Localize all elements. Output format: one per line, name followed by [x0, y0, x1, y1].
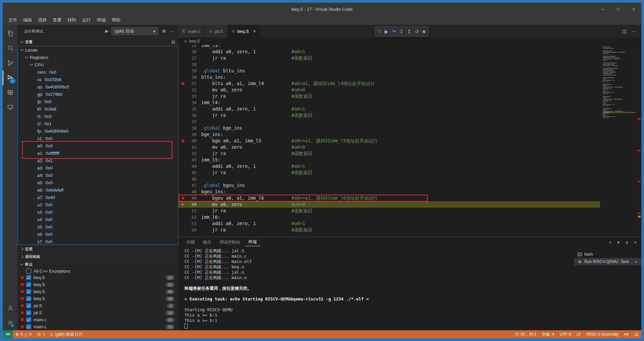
- gutter[interactable]: [178, 197, 187, 200]
- variable-row[interactable]: a4:0x0: [18, 172, 178, 179]
- activity-explorer[interactable]: [3, 26, 17, 41]
- variable-row[interactable]: sp:0x408006c0: [18, 83, 178, 90]
- code-line[interactable]: 25imm_l3:: [178, 45, 600, 49]
- code-line[interactable]: 39bge_ins:: [178, 131, 600, 138]
- scope-row-locals[interactable]: Locals: [18, 46, 178, 54]
- breakpoint-checkbox[interactable]: [26, 296, 31, 301]
- menu-item-help[interactable]: 帮助: [109, 17, 123, 23]
- code-line[interactable]: 31 bltu a0, a1, imm_l4#a0<a1, 跳转到imm_l4地…: [178, 80, 600, 87]
- code-line[interactable]: 26 addi a0, zero, 1#a0=1: [178, 49, 600, 55]
- variable-row[interactable]: a6:0xfefefeff: [18, 186, 178, 194]
- code-line[interactable]: 46: [178, 176, 600, 182]
- encoding[interactable]: UTF-8: [557, 330, 574, 338]
- variable-row[interactable]: ra:0x102b8: [18, 76, 178, 83]
- code-line[interactable]: 53 addi a0, zero, 1#a0=1: [178, 220, 600, 227]
- menu-item-selection[interactable]: 选择: [35, 17, 50, 23]
- panel-tab-problems[interactable]: 问题: [183, 238, 198, 246]
- breakpoint-checkbox[interactable]: [26, 289, 31, 294]
- menu-item-run[interactable]: 运行: [79, 17, 94, 23]
- code-line[interactable]: 33 jr ra#函数返回: [178, 93, 600, 99]
- menu-item-terminal[interactable]: 终端: [94, 17, 109, 23]
- activity-search[interactable]: [3, 41, 17, 56]
- activity-settings[interactable]: [3, 316, 17, 330]
- more-actions-icon[interactable]: ⋯: [170, 28, 174, 34]
- step-over-button[interactable]: ↷: [392, 29, 396, 34]
- code-line[interactable]: ▶50 mv a0, zero#a0=0: [178, 201, 600, 208]
- configure-gear-icon[interactable]: [161, 28, 167, 34]
- exceptions-row[interactable]: All C++ Exceptions: [17, 268, 178, 274]
- launch-config-select[interactable]: (gdb) 启动 ▾: [111, 27, 158, 35]
- menu-item-edit[interactable]: 编辑: [20, 17, 35, 23]
- code-line[interactable]: 38.global bge_ins: [178, 125, 600, 131]
- scope-row-cpu[interactable]: CPU: [18, 61, 178, 68]
- variable-row[interactable]: a7:0x40: [18, 194, 178, 201]
- scope-row-registers[interactable]: Registers: [18, 54, 178, 61]
- variable-row[interactable]: a5:0x0: [18, 179, 178, 186]
- variable-row[interactable]: t1:0x3: [18, 113, 178, 120]
- variable-row[interactable]: zero:0x0: [18, 68, 178, 76]
- code-line[interactable]: 40 bge a0, a1, imm_l5#a0>=a1, 跳转到imm_l5地…: [178, 138, 600, 144]
- variable-row[interactable]: s3:0x0: [18, 208, 178, 216]
- feedback-item[interactable]: [621, 330, 631, 338]
- terminal-dropdown-icon[interactable]: ▾: [617, 240, 620, 245]
- variable-row[interactable]: s5:0x0: [18, 223, 178, 230]
- exceptions-checkbox[interactable]: [26, 269, 31, 274]
- activity-source-control[interactable]: [3, 56, 17, 70]
- split-editor-icon[interactable]: ◫: [622, 28, 627, 34]
- maximize-button[interactable]: □: [610, 3, 626, 15]
- code-line[interactable]: 28: [178, 61, 600, 68]
- close-button[interactable]: ×: [626, 3, 641, 15]
- call-stack-pane-header[interactable]: 调用堆栈: [17, 253, 178, 260]
- code-editor[interactable]: 25imm_l3:26 addi a0, zero, 1#a0=127 jr r…: [178, 45, 600, 237]
- minimize-button[interactable]: ─: [595, 3, 610, 15]
- variable-row[interactable]: s4:0x0: [18, 216, 178, 223]
- code-line[interactable]: 47.global bgeu_ins: [178, 182, 600, 189]
- cursor-position[interactable]: 行 50，列 1: [513, 330, 539, 338]
- step-out-button[interactable]: ↥: [407, 29, 411, 34]
- variable-row[interactable]: fp:0x408006e0: [18, 127, 178, 135]
- breakpoint-row[interactable]: jal.S16: [17, 309, 178, 316]
- step-into-button[interactable]: ↧: [399, 29, 404, 34]
- activity-extensions[interactable]: [3, 85, 17, 100]
- code-line[interactable]: 30bltu_ins:: [178, 74, 600, 80]
- watch-pane-header[interactable]: 监视: [17, 245, 178, 253]
- code-line[interactable]: 32 mv a0, zero#a0=0: [178, 87, 600, 93]
- tab-close-icon[interactable]: ×: [253, 28, 256, 34]
- variable-row[interactable]: t2:0x1: [18, 120, 178, 127]
- breakpoints-pane-header[interactable]: 断点: [17, 260, 178, 268]
- overview-ruler[interactable]: [637, 45, 641, 237]
- menu-item-file[interactable]: 文件: [5, 17, 20, 23]
- code-line[interactable]: 29.global bltu_ins: [178, 68, 600, 74]
- code-line[interactable]: 48bgeu_ins:: [178, 189, 600, 195]
- variable-row[interactable]: s1:0x0: [18, 135, 178, 142]
- variable-row[interactable]: gp:0x279b0: [18, 90, 178, 98]
- code-line[interactable]: 27 jr ra#函数返回: [178, 55, 600, 61]
- code-line[interactable]: 41 mv a0, zero#a0=0: [178, 144, 600, 150]
- close-panel-icon[interactable]: ×: [634, 240, 637, 245]
- panel-tab-debug-console[interactable]: 调试控制台: [216, 238, 244, 246]
- new-terminal-icon[interactable]: +: [609, 240, 612, 245]
- breakpoint-checkbox[interactable]: [26, 317, 31, 322]
- problems-indicator[interactable]: ⊗ 0 △ 0: [13, 330, 34, 338]
- panel-tab-terminal[interactable]: 终端: [245, 238, 260, 246]
- variable-row[interactable]: a0:0x3: [18, 142, 178, 149]
- remote-indicator[interactable]: ><: [3, 330, 13, 338]
- code-line[interactable]: 52imm_l6:: [178, 214, 600, 220]
- breakpoint-checkbox[interactable]: [26, 275, 31, 280]
- panel-tab-output[interactable]: 输出: [200, 238, 215, 246]
- drag-grip-icon[interactable]: ⠿: [378, 29, 381, 33]
- stop-button[interactable]: ■: [423, 29, 425, 34]
- more-actions-icon[interactable]: ⋯: [632, 28, 637, 34]
- variable-row[interactable]: s6:0x0: [18, 230, 178, 238]
- code-line[interactable]: 44 addi a0, zero, 1#a0=1: [178, 163, 600, 169]
- indentation[interactable]: 空格: 4: [539, 330, 557, 338]
- notifications-item[interactable]: [631, 330, 641, 338]
- breakpoint-row[interactable]: beq.S22: [17, 274, 178, 281]
- terminal-item-task[interactable]: Run RISCV-QEMU Task ✓: [574, 258, 641, 265]
- variable-row[interactable]: a1:0xffffffff: [18, 149, 178, 157]
- breadcrumb[interactable]: ≋ beq.S: [178, 38, 641, 45]
- code-line[interactable]: 35 addi a0, zero, 1#a0=1: [178, 106, 600, 112]
- variable-row[interactable]: t0:0x3e8: [18, 105, 178, 113]
- variable-row[interactable]: a3:0x0: [18, 164, 178, 172]
- debug-session-indicator[interactable]: ▷ (gdb) 启动 (17): [48, 330, 85, 338]
